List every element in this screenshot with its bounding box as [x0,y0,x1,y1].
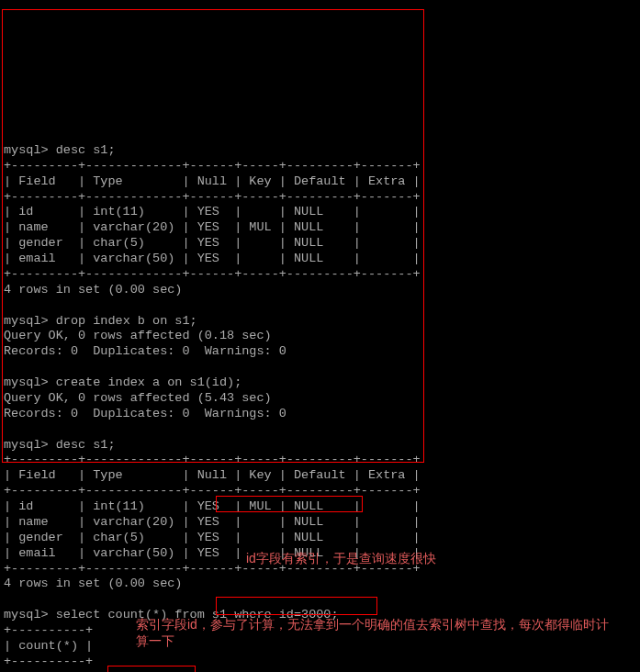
annotation-calc: 索引字段id，参与了计算，无法拿到一个明确的值去索引树中查找，每次都得临时计算一… [136,617,613,649]
highlight-box-where2 [216,597,377,615]
highlight-box-where1 [216,496,363,512]
highlight-box-main [2,9,424,463]
highlight-box-time [107,666,196,672]
annotation-fast: id字段有索引，于是查询速度很快 [246,551,436,567]
